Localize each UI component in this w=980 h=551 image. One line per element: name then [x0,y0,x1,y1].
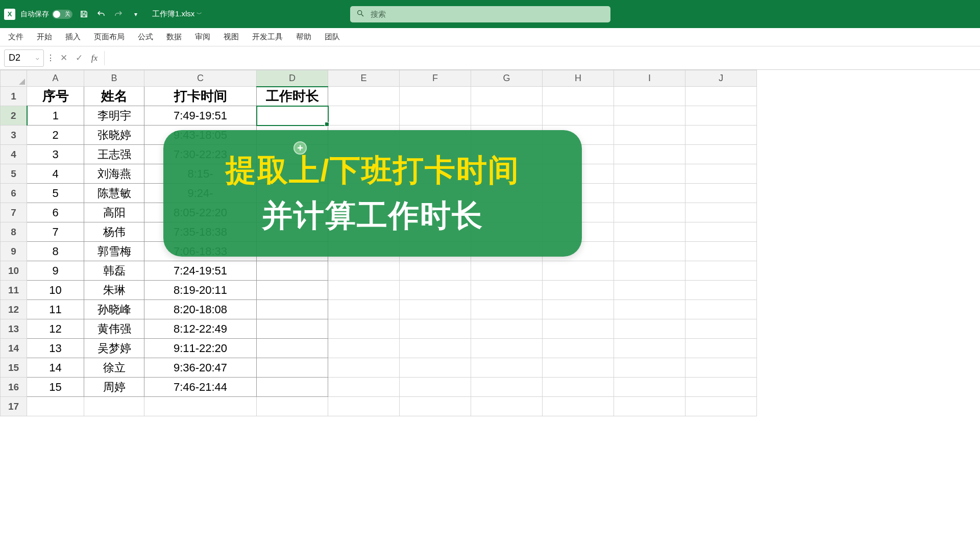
column-header-J[interactable]: J [685,70,757,87]
cell-A11[interactable]: 10 [27,281,84,300]
cell-B3[interactable]: 张晓婷 [84,126,144,145]
cell-H12[interactable] [543,300,614,319]
cell-F13[interactable] [400,319,471,339]
cell-F10[interactable] [400,261,471,281]
save-icon[interactable] [78,8,90,20]
cell-H17[interactable] [543,397,614,416]
column-header-G[interactable]: G [471,70,543,87]
cell-I7[interactable] [614,203,685,222]
row-header-5[interactable]: 5 [1,164,27,184]
cell-D13[interactable] [257,319,328,339]
cell-B15[interactable]: 徐立 [84,358,144,378]
cell-B10[interactable]: 韩磊 [84,261,144,281]
spreadsheet-grid[interactable]: ABCDEFGHIJ1序号姓名打卡时间工作时长21李明宇7:49-19:5132… [0,70,980,416]
tab-insert[interactable]: 插入 [64,29,82,45]
row-header-1[interactable]: 1 [1,87,27,106]
column-header-E[interactable]: E [328,70,400,87]
cell-G11[interactable] [471,281,543,300]
cell-B6[interactable]: 陈慧敏 [84,184,144,203]
cell-A9[interactable]: 8 [27,242,84,261]
row-header-9[interactable]: 9 [1,242,27,261]
cell-A8[interactable]: 7 [27,222,84,242]
cell-H11[interactable] [543,281,614,300]
column-header-H[interactable]: H [543,70,614,87]
cell-C14[interactable]: 9:11-22:20 [144,339,257,358]
cell-I3[interactable] [614,126,685,145]
toggle-switch[interactable]: 关 [52,10,72,19]
autosave-toggle[interactable]: 自动保存 关 [20,10,72,19]
cell-J17[interactable] [685,397,757,416]
cell-D16[interactable] [257,378,328,397]
cell-H2[interactable] [543,106,614,126]
cell-C10[interactable]: 7:24-19:51 [144,261,257,281]
cell-D11[interactable] [257,281,328,300]
row-header-11[interactable]: 11 [1,281,27,300]
cell-A2[interactable]: 1 [27,106,84,126]
cell-B9[interactable]: 郭雪梅 [84,242,144,261]
cell-A4[interactable]: 3 [27,145,84,164]
cell-F16[interactable] [400,378,471,397]
row-header-10[interactable]: 10 [1,261,27,281]
cell-J9[interactable] [685,242,757,261]
cell-J7[interactable] [685,203,757,222]
cell-J13[interactable] [685,319,757,339]
tab-view[interactable]: 视图 [223,29,240,45]
cell-B1[interactable]: 姓名 [84,87,144,106]
cell-B17[interactable] [84,397,144,416]
cell-I2[interactable] [614,106,685,126]
cell-I10[interactable] [614,261,685,281]
cell-A14[interactable]: 13 [27,339,84,358]
cell-D17[interactable] [257,397,328,416]
cell-A13[interactable]: 12 [27,319,84,339]
cell-B2[interactable]: 李明宇 [84,106,144,126]
cell-I16[interactable] [614,378,685,397]
cell-C11[interactable]: 8:19-20:11 [144,281,257,300]
cell-E2[interactable] [328,106,400,126]
cell-H16[interactable] [543,378,614,397]
cell-B16[interactable]: 周婷 [84,378,144,397]
row-header-13[interactable]: 13 [1,319,27,339]
cell-J14[interactable] [685,339,757,358]
cell-C12[interactable]: 8:20-18:08 [144,300,257,319]
cell-J3[interactable] [685,126,757,145]
cell-A7[interactable]: 6 [27,203,84,222]
cell-I1[interactable] [614,87,685,106]
cell-J5[interactable] [685,164,757,184]
cell-J12[interactable] [685,300,757,319]
cell-J11[interactable] [685,281,757,300]
cell-E14[interactable] [328,339,400,358]
cell-I17[interactable] [614,397,685,416]
fx-icon[interactable]: fx [88,52,101,65]
cell-E16[interactable] [328,378,400,397]
tab-dev[interactable]: 开发工具 [251,29,284,45]
row-header-4[interactable]: 4 [1,145,27,164]
column-header-I[interactable]: I [614,70,685,87]
cell-I5[interactable] [614,164,685,184]
cell-C17[interactable] [144,397,257,416]
column-header-A[interactable]: A [27,70,84,87]
cell-G17[interactable] [471,397,543,416]
row-header-3[interactable]: 3 [1,126,27,145]
redo-icon[interactable] [112,8,125,20]
cell-F15[interactable] [400,358,471,378]
cell-G15[interactable] [471,358,543,378]
cell-A16[interactable]: 15 [27,378,84,397]
filename[interactable]: 工作簿1.xlsx ﹀ [152,9,202,19]
cell-I14[interactable] [614,339,685,358]
cell-E12[interactable] [328,300,400,319]
row-header-17[interactable]: 17 [1,397,27,416]
cancel-icon[interactable]: ✕ [57,52,70,65]
cell-G13[interactable] [471,319,543,339]
cell-B8[interactable]: 杨伟 [84,222,144,242]
cell-B13[interactable]: 黄伟强 [84,319,144,339]
cell-D2[interactable] [257,106,328,126]
cell-F12[interactable] [400,300,471,319]
cell-B14[interactable]: 吴梦婷 [84,339,144,358]
row-header-8[interactable]: 8 [1,222,27,242]
cell-D10[interactable] [257,261,328,281]
cell-E11[interactable] [328,281,400,300]
cell-A17[interactable] [27,397,84,416]
cell-E17[interactable] [328,397,400,416]
cell-I12[interactable] [614,300,685,319]
cell-F14[interactable] [400,339,471,358]
